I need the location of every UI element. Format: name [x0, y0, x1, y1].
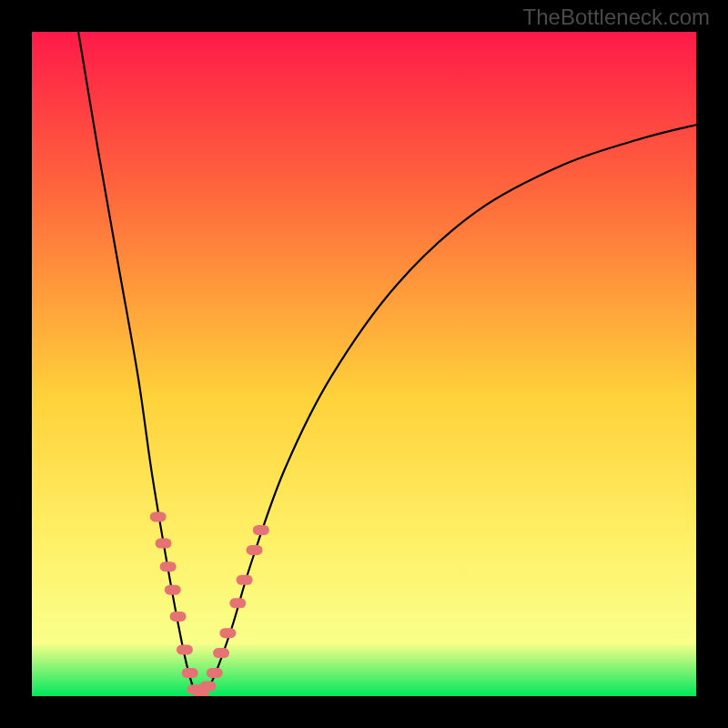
highlight-marker	[199, 682, 216, 692]
watermark-text: TheBottleneck.com	[523, 5, 710, 30]
highlight-marker	[150, 511, 167, 521]
highlight-marker	[165, 585, 181, 595]
highlight-marker	[170, 612, 187, 622]
gradient-background	[32, 32, 696, 696]
highlight-marker	[156, 539, 172, 549]
highlight-marker	[177, 644, 193, 654]
highlight-marker	[237, 575, 253, 585]
highlight-marker	[219, 628, 236, 638]
highlight-marker	[160, 561, 177, 571]
highlight-marker	[213, 648, 229, 658]
highlight-marker	[229, 598, 246, 608]
plot-svg	[32, 32, 696, 696]
highlight-marker	[253, 525, 269, 535]
highlight-marker	[247, 545, 263, 555]
highlight-marker	[207, 668, 223, 678]
chart-frame: TheBottleneck.com	[0, 0, 728, 728]
highlight-marker	[182, 668, 198, 678]
